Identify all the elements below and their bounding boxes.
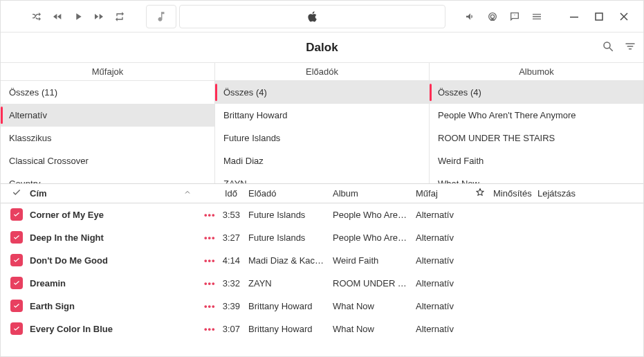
ellipsis-icon: ••• — [204, 255, 216, 266]
column-artist[interactable]: Előadó — [243, 184, 327, 203]
window-controls — [569, 11, 638, 22]
browser-item[interactable]: Future Islands — [215, 127, 429, 149]
now-playing-display[interactable] — [179, 5, 445, 28]
browser-item[interactable]: ZAYN — [215, 172, 429, 183]
row-more-button[interactable]: ••• — [199, 255, 219, 266]
row-checkbox[interactable] — [3, 231, 24, 244]
play-button[interactable] — [68, 5, 88, 28]
next-button[interactable] — [89, 5, 109, 28]
column-album[interactable]: Album — [327, 184, 410, 203]
row-more-button[interactable]: ••• — [199, 232, 219, 243]
table-row[interactable]: Deep In the Night•••3:27Future IslandsPe… — [1, 226, 643, 249]
row-time: 4:14 — [219, 255, 243, 266]
browser-column-header[interactable]: Műfajok — [1, 63, 214, 81]
browser-column-header[interactable]: Előadók — [215, 63, 429, 81]
maximize-button[interactable] — [594, 11, 605, 22]
column-check[interactable] — [3, 184, 24, 203]
search-button[interactable] — [602, 40, 614, 55]
airplay-button[interactable] — [483, 5, 502, 28]
table-row[interactable]: Every Color In Blue•••3:07Brittany Howar… — [1, 318, 643, 340]
filter-button[interactable] — [624, 40, 636, 55]
browser-column-header[interactable]: Albumok — [430, 63, 643, 81]
row-checkbox[interactable] — [3, 208, 24, 221]
table-row[interactable]: Don't Do Me Good•••4:14Madi Diaz & Kacey… — [1, 249, 643, 272]
row-more-button[interactable]: ••• — [199, 324, 219, 334]
browser-item[interactable]: Weird Faith — [430, 149, 643, 172]
browser-item[interactable]: People Who Aren't There Anymore — [430, 104, 643, 127]
row-album: What Now — [327, 301, 410, 311]
browser-item[interactable]: Összes (4) — [430, 81, 643, 104]
row-more-button[interactable]: ••• — [199, 210, 219, 220]
browser-column: AlbumokÖsszes (4)People Who Aren't There… — [430, 63, 643, 183]
apple-icon — [306, 10, 320, 24]
now-playing-thumb[interactable] — [146, 5, 176, 28]
table-row[interactable]: Corner of My Eye•••3:53Future IslandsPeo… — [1, 203, 643, 226]
row-title: Every Color In Blue — [24, 324, 199, 334]
column-favorite[interactable] — [467, 184, 488, 203]
browser-item[interactable]: Country — [1, 172, 214, 183]
row-time: 3:53 — [219, 210, 243, 220]
browser-item[interactable]: Brittany Howard — [215, 104, 429, 127]
row-more-button[interactable]: ••• — [199, 301, 219, 311]
checkbox-checked-icon — [10, 208, 23, 221]
row-checkbox[interactable] — [3, 300, 24, 312]
checkbox-checked-icon — [10, 322, 23, 335]
queue-button[interactable] — [527, 5, 546, 28]
row-album: ROOM UNDER THE… — [327, 278, 410, 289]
browser-item[interactable]: Összes (4) — [215, 81, 429, 104]
browser-item[interactable]: What Now — [430, 172, 643, 183]
table-row[interactable]: Dreamin•••3:32ZAYNROOM UNDER THE…Alterna… — [1, 272, 643, 295]
app-window: " Dalok MűfajokÖsszes (11)AlternatívKlas… — [0, 0, 644, 357]
row-title: Deep In the Night — [24, 232, 199, 243]
browser-list: Összes (4)Brittany HowardFuture IslandsM… — [215, 81, 429, 183]
shuffle-button[interactable] — [27, 5, 46, 28]
toolbar-right: " — [461, 5, 546, 28]
column-genre[interactable]: Műfaj — [410, 184, 467, 203]
ellipsis-icon: ••• — [204, 278, 216, 289]
browser-columns: MűfajokÖsszes (11)AlternatívKlasszikusCl… — [1, 63, 643, 184]
row-checkbox[interactable] — [3, 254, 24, 266]
ellipsis-icon: ••• — [204, 232, 216, 243]
table-row[interactable]: Earth Sign•••3:39Brittany HowardWhat Now… — [1, 295, 643, 318]
column-title[interactable]: Cím — [24, 184, 199, 203]
column-title-label: Cím — [30, 188, 47, 199]
star-icon — [475, 187, 485, 199]
checkbox-checked-icon — [10, 254, 23, 266]
column-time[interactable]: Idő — [219, 184, 243, 203]
svg-point-6 — [604, 42, 610, 48]
ellipsis-icon: ••• — [204, 210, 216, 220]
row-checkbox[interactable] — [3, 277, 24, 289]
minimize-button[interactable] — [569, 11, 580, 22]
column-plays[interactable]: Lejátszás — [532, 184, 587, 203]
browser-item[interactable]: Madi Diaz — [215, 149, 429, 172]
browser-list: Összes (4)People Who Aren't There Anymor… — [430, 81, 643, 183]
previous-button[interactable] — [48, 5, 67, 28]
browser-item[interactable]: ROOM UNDER THE STAIRS — [430, 127, 643, 149]
svg-rect-4 — [570, 17, 578, 18]
browser-item[interactable]: Alternatív — [1, 104, 214, 127]
row-genre: Alternatív — [410, 210, 467, 220]
repeat-button[interactable] — [110, 5, 129, 28]
close-button[interactable] — [618, 11, 629, 22]
lyrics-button[interactable]: " — [505, 5, 524, 28]
row-title: Don't Do Me Good — [24, 255, 199, 266]
row-genre: Alternatív — [410, 324, 467, 334]
row-more-button[interactable]: ••• — [199, 278, 219, 289]
song-table-header: Cím Idő Előadó Album Műfaj Minősítés Lej… — [1, 184, 643, 203]
column-rating[interactable]: Minősítés — [488, 184, 532, 203]
browser-item[interactable]: Összes (11) — [1, 81, 214, 104]
browser-column: MűfajokÖsszes (11)AlternatívKlasszikusCl… — [1, 63, 215, 183]
browser-item[interactable]: Klasszikus — [1, 127, 214, 149]
row-genre: Alternatív — [410, 232, 467, 243]
row-time: 3:39 — [219, 301, 243, 311]
svg-line-7 — [609, 48, 613, 51]
row-artist: Madi Diaz & Kacey… — [243, 255, 327, 266]
browser-item[interactable]: Classical Crossover — [1, 149, 214, 172]
check-icon — [12, 187, 21, 199]
row-artist: Brittany Howard — [243, 324, 327, 334]
row-checkbox[interactable] — [3, 322, 24, 335]
sort-asc-icon — [183, 188, 192, 199]
row-title: Corner of My Eye — [24, 210, 199, 220]
song-table-body: Corner of My Eye•••3:53Future IslandsPeo… — [1, 203, 643, 356]
volume-button[interactable] — [461, 5, 480, 28]
